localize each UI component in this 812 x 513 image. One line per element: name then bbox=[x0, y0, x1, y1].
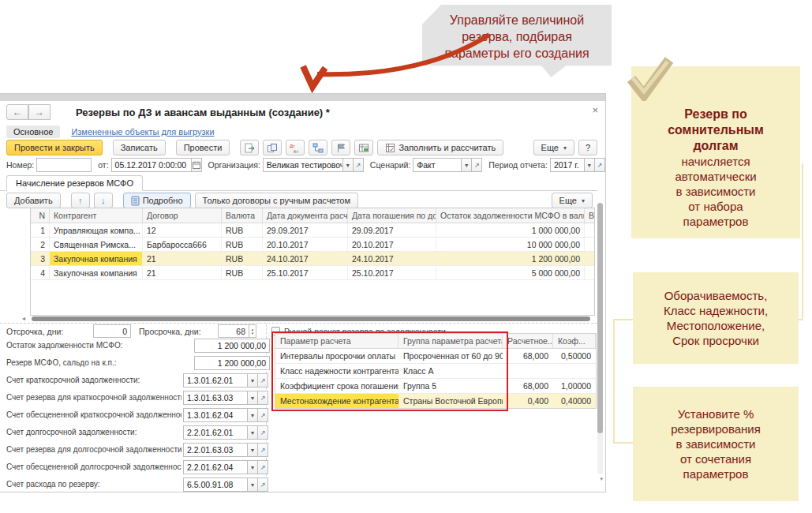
table-row[interactable]: 2 Священная Римска... Барбаросса666 RUB … bbox=[31, 238, 594, 252]
table-row[interactable]: 4 Закупочная компания 21 RUB 25.10.2017 … bbox=[31, 266, 594, 280]
write-button[interactable]: Записать bbox=[113, 140, 166, 155]
account-input[interactable]: 2.2.01.63.03 bbox=[183, 443, 248, 457]
copy-button[interactable] bbox=[263, 140, 282, 155]
open-button[interactable]: ↗ bbox=[258, 391, 268, 405]
number-input[interactable] bbox=[36, 158, 92, 172]
scroll-left-icon[interactable]: ◂ bbox=[22, 315, 25, 322]
table-row[interactable]: 1 Управляющая компа... 12 RUB 29.09.2017… bbox=[31, 223, 594, 238]
add-button[interactable]: Добавить bbox=[6, 193, 61, 208]
table-row-selected[interactable]: Местонахождение контрагента Страны Восто… bbox=[275, 394, 596, 408]
close-icon[interactable]: × bbox=[592, 105, 598, 115]
forward-button[interactable]: → bbox=[28, 104, 51, 120]
open-button[interactable]: ↗ bbox=[354, 158, 364, 172]
move-row-down-button[interactable]: ↓ bbox=[94, 193, 113, 208]
dropdown-button[interactable]: ▾ bbox=[248, 425, 258, 440]
page: Управляйте величиной резерва, подбирая п… bbox=[0, 0, 812, 513]
open-button[interactable]: ↗ bbox=[258, 408, 268, 422]
account-input[interactable]: 6.5.00.91.08 bbox=[183, 477, 248, 492]
col-header[interactable]: Группа параметра расчета bbox=[399, 334, 503, 348]
related-documents-icon bbox=[358, 143, 369, 153]
vertical-scrollbar[interactable] bbox=[597, 203, 603, 474]
grid-more-button[interactable]: Еще▾ bbox=[552, 193, 593, 208]
col-header[interactable]: Дата погашения по докум... bbox=[348, 208, 436, 223]
scenario-label: Сценарий: bbox=[370, 160, 410, 170]
account-input[interactable]: 2.2.01.62.04 bbox=[183, 460, 248, 474]
dropdown-button[interactable]: ▾ bbox=[248, 460, 258, 474]
col-header[interactable]: Дата документа расчета bbox=[263, 208, 348, 223]
calc-parameters-table: Параметр расчета Группа параметра расчет… bbox=[275, 333, 597, 409]
open-button[interactable]: ↗ bbox=[258, 477, 268, 492]
organization-label: Организация: bbox=[208, 160, 260, 170]
dropdown-button[interactable]: ▾ bbox=[248, 408, 258, 422]
report-period-input[interactable]: 2017 г. bbox=[550, 158, 585, 172]
dropdown-button[interactable]: ▾ bbox=[343, 158, 354, 172]
tab-main[interactable]: Основное bbox=[6, 125, 60, 138]
dropdown-button[interactable]: ▾ bbox=[248, 477, 258, 492]
tab-changed-objects[interactable]: Измененные объекты для выгрузки bbox=[71, 127, 214, 137]
post-button[interactable]: Провести bbox=[176, 140, 230, 155]
col-header[interactable]: Договор bbox=[143, 208, 222, 223]
fill-and-calculate-button[interactable]: Заполнить и рассчитать bbox=[377, 140, 503, 155]
open-button[interactable]: ↗ bbox=[258, 373, 268, 388]
contractors-grid: N Контрагент Договор Валюта Дата докумен… bbox=[30, 208, 595, 316]
col-header[interactable]: Остаток задолженности МСФО в валюте bbox=[436, 208, 585, 223]
open-button[interactable]: ↗ bbox=[258, 425, 268, 440]
col-header[interactable]: Коэф... bbox=[553, 334, 596, 348]
msfo-balance-input[interactable]: 1 200 000,00 bbox=[194, 339, 270, 353]
account-input[interactable]: 2.2.01.62.01 bbox=[183, 425, 248, 440]
post-and-close-button[interactable]: Провести и закрыть bbox=[6, 140, 103, 155]
dropdown-button[interactable]: ▾ bbox=[462, 158, 472, 172]
dropdown-button[interactable]: ▾ bbox=[248, 443, 258, 457]
col-header[interactable]: Контрагент bbox=[50, 208, 143, 223]
scrollbar-thumb[interactable] bbox=[32, 316, 590, 321]
postings-dtkt-icon: ДтКт bbox=[290, 143, 301, 153]
msfo-reserve-input[interactable]: 1 200 000,00 bbox=[194, 356, 270, 370]
table-row[interactable]: Интервалы просрочки оплаты Просроченная … bbox=[275, 349, 596, 364]
spinner-stepper[interactable]: ▴ ▾ bbox=[249, 324, 256, 338]
table-row-selected[interactable]: 3 Закупочная компания 21 RUB 24.10.2017 … bbox=[31, 252, 594, 266]
account-input[interactable]: 1.3.01.62.01 bbox=[183, 373, 248, 388]
manual-contracts-only-button[interactable]: Только договоры с ручным расчетом bbox=[195, 193, 358, 208]
date-input[interactable]: 05.12.2017 0:00:00 bbox=[111, 158, 192, 172]
open-button[interactable]: ↗ bbox=[595, 158, 605, 172]
col-header[interactable]: В... bbox=[585, 208, 595, 223]
scenario-input[interactable]: Факт bbox=[413, 158, 462, 172]
account-input[interactable]: 1.3.01.63.03 bbox=[183, 391, 248, 405]
annotation-line: от сочетания bbox=[680, 451, 751, 466]
open-button[interactable]: ↗ bbox=[258, 443, 268, 457]
annotation-line: Местоположение, bbox=[667, 318, 765, 333]
calendar-button[interactable] bbox=[192, 158, 202, 172]
defer-days-input[interactable]: 0 bbox=[93, 324, 131, 338]
connector-line bbox=[802, 163, 803, 320]
table-row[interactable]: Коэффициент срока погашения Группа 5 68,… bbox=[275, 379, 596, 394]
scroll-down-icon[interactable]: ▾ bbox=[600, 476, 603, 482]
open-button[interactable]: ↗ bbox=[258, 460, 268, 474]
organization-input[interactable]: Великая тестировочная bbox=[263, 158, 343, 172]
spinner-down-icon[interactable]: ▾ bbox=[252, 331, 254, 335]
scrollbar-thumb[interactable] bbox=[597, 203, 603, 433]
dropdown-button[interactable]: ▾ bbox=[248, 373, 258, 388]
details-button[interactable]: Подробно bbox=[123, 193, 191, 208]
horizontal-scrollbar[interactable]: ◂ bbox=[30, 316, 595, 322]
dropdown-button[interactable]: ▾ bbox=[248, 391, 258, 405]
col-header[interactable]: Параметр расчета bbox=[275, 334, 399, 348]
flag-button[interactable] bbox=[331, 140, 350, 155]
move-row-up-button[interactable]: ↑ bbox=[71, 193, 90, 208]
subordination-structure-button[interactable] bbox=[309, 140, 327, 155]
back-button[interactable]: ← bbox=[6, 104, 28, 120]
overdue-days-input[interactable]: 68 bbox=[218, 324, 249, 338]
help-button[interactable]: ? bbox=[578, 140, 597, 155]
related-documents-button[interactable] bbox=[354, 140, 373, 155]
open-button[interactable]: ↗ bbox=[472, 158, 482, 172]
more-button[interactable]: Еще▾ bbox=[533, 140, 574, 155]
col-header[interactable]: N bbox=[31, 208, 50, 223]
create-based-on-button[interactable] bbox=[240, 140, 259, 155]
tab-reserves-accrual[interactable]: Начисление резервов МСФО bbox=[6, 175, 143, 191]
postings-dtkt-button[interactable]: ДтКт bbox=[286, 140, 305, 155]
account-input[interactable]: 1.3.01.62.04 bbox=[183, 408, 248, 422]
col-header[interactable]: Расчетное... bbox=[503, 334, 553, 348]
table-row[interactable]: Класс надежности контрагента Класс А bbox=[275, 364, 596, 379]
dropdown-button[interactable]: ▾ bbox=[585, 158, 595, 172]
svg-text:Дт: Дт bbox=[290, 144, 295, 148]
col-header[interactable]: Валюта bbox=[222, 208, 263, 223]
